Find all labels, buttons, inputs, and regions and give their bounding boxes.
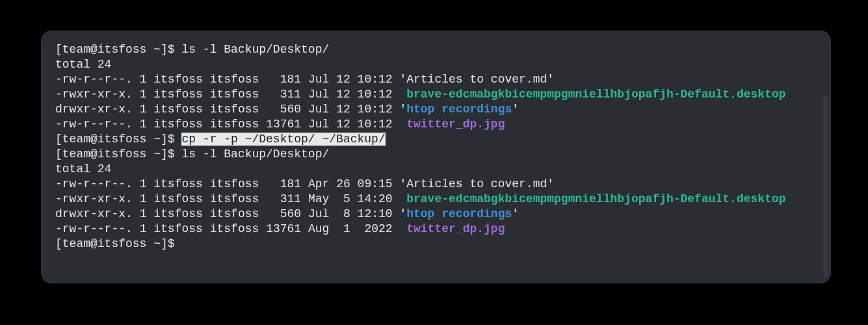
ls-date: Jul 12 10:12	[308, 103, 393, 116]
ls-perm: -rw-r--r--.	[55, 222, 133, 235]
ls-owner: itsfoss	[153, 222, 203, 235]
ls-perm: drwxr-xr-x.	[55, 103, 133, 116]
ls-links: 1	[140, 207, 147, 220]
ls-row: -rw-r--r--. 1 itsfoss itsfoss 181 Jul 12…	[55, 72, 818, 87]
ls-group: itsfoss	[210, 73, 259, 86]
ls-group: itsfoss	[210, 118, 259, 131]
ls-perm: -rw-r--r--.	[55, 177, 133, 190]
ls-size: 560	[266, 103, 301, 116]
ls-quote	[399, 88, 406, 101]
ls-name: Articles to cover.md	[406, 177, 547, 190]
ls-links: 1	[140, 192, 147, 205]
ls-group: itsfoss	[210, 207, 259, 220]
ls-owner: itsfoss	[153, 88, 203, 101]
ls-links: 1	[140, 88, 147, 101]
ls-row: -rwxr-xr-x. 1 itsfoss itsfoss 311 May 5 …	[55, 192, 818, 207]
ls-date: Apr 26 09:15	[308, 177, 393, 190]
ls-quote: '	[399, 207, 406, 220]
ls-quote: '	[399, 177, 406, 190]
prompt: [team@itsfoss ~]$	[55, 148, 181, 161]
prompt-line[interactable]: [team@itsfoss ~]$ cp -r -p ~/Desktop/ ~/…	[55, 132, 818, 147]
ls-row: drwxr-xr-x. 1 itsfoss itsfoss 560 Jul 8 …	[55, 207, 818, 222]
ls-perm: -rw-r--r--.	[55, 73, 133, 86]
terminal-window[interactable]: [team@itsfoss ~]$ ls -l Backup/Desktop/ …	[41, 31, 831, 283]
prompt-line[interactable]: [team@itsfoss ~]$ ls -l Backup/Desktop/	[55, 42, 818, 57]
prompt-line[interactable]: [team@itsfoss ~]$	[55, 237, 818, 252]
ls-perm: -rwxr-xr-x.	[55, 192, 133, 205]
ls-row: drwxr-xr-x. 1 itsfoss itsfoss 560 Jul 12…	[55, 102, 818, 117]
ls-group: itsfoss	[210, 88, 259, 101]
ls-quote	[399, 222, 406, 235]
ls-quote: '	[547, 177, 554, 190]
ls-group: itsfoss	[210, 192, 259, 205]
ls-group: itsfoss	[210, 222, 259, 235]
command-text: ls -l Backup/Desktop/	[181, 43, 329, 56]
ls-perm: -rw-r--r--.	[55, 118, 133, 131]
ls-date: Jul 8 12:10	[308, 207, 393, 220]
ls-size: 560	[266, 207, 301, 220]
ls-quote	[399, 118, 406, 131]
ls-name: htop recordings	[406, 103, 512, 116]
ls-date: Jul 12 10:12	[308, 73, 393, 86]
ls-total: total 24	[55, 57, 818, 72]
ls-size: 311	[266, 88, 301, 101]
ls-size: 181	[266, 177, 301, 190]
ls-quote: '	[512, 103, 519, 116]
ls-owner: itsfoss	[153, 103, 203, 116]
ls-links: 1	[140, 222, 147, 235]
ls-size: 13761	[266, 222, 301, 235]
ls-quote	[399, 192, 406, 205]
ls-name: twitter_dp.jpg	[406, 118, 505, 131]
ls-links: 1	[140, 118, 147, 131]
prompt: [team@itsfoss ~]$	[55, 237, 181, 250]
ls-row: -rw-r--r--. 1 itsfoss itsfoss 181 Apr 26…	[55, 177, 818, 192]
ls-quote: '	[547, 73, 554, 86]
prompt: [team@itsfoss ~]$	[55, 133, 181, 146]
ls-name: htop recordings	[406, 207, 512, 220]
ls-size: 181	[266, 73, 301, 86]
ls-total: total 24	[55, 162, 818, 177]
ls-size: 13761	[266, 118, 301, 131]
ls-owner: itsfoss	[153, 207, 203, 220]
ls-date: May 5 14:20	[308, 192, 393, 205]
ls-row: -rw-r--r--. 1 itsfoss itsfoss 13761 Jul …	[55, 117, 818, 132]
ls-row: -rw-r--r--. 1 itsfoss itsfoss 13761 Aug …	[55, 222, 818, 237]
command-text: ls -l Backup/Desktop/	[181, 148, 329, 161]
prompt: [team@itsfoss ~]$	[55, 43, 181, 56]
ls-name: brave-edcmabgkbicempmpgmniellhbjopafjh-D…	[406, 192, 785, 205]
ls-name: brave-edcmabgkbicempmpgmniellhbjopafjh-D…	[406, 88, 785, 101]
prompt-line[interactable]: [team@itsfoss ~]$ ls -l Backup/Desktop/	[55, 147, 818, 162]
ls-owner: itsfoss	[153, 177, 203, 190]
ls-group: itsfoss	[210, 103, 259, 116]
ls-links: 1	[140, 177, 147, 190]
ls-row: -rwxr-xr-x. 1 itsfoss itsfoss 311 Jul 12…	[55, 87, 818, 102]
ls-owner: itsfoss	[153, 118, 203, 131]
ls-quote: '	[399, 103, 406, 116]
ls-name: Articles to cover.md	[406, 73, 547, 86]
command-text-highlighted: cp -r -p ~/Desktop/ ~/Backup/	[181, 133, 385, 146]
ls-owner: itsfoss	[153, 192, 203, 205]
ls-links: 1	[140, 73, 147, 86]
ls-date: Jul 12 10:12	[308, 118, 393, 131]
ls-quote: '	[512, 207, 519, 220]
ls-links: 1	[140, 103, 147, 116]
ls-name: twitter_dp.jpg	[406, 222, 505, 235]
scrollbar[interactable]	[823, 96, 828, 278]
ls-owner: itsfoss	[153, 73, 203, 86]
ls-date: Aug 1 2022	[308, 222, 393, 235]
ls-group: itsfoss	[210, 177, 259, 190]
ls-quote: '	[399, 73, 406, 86]
ls-perm: -rwxr-xr-x.	[55, 88, 133, 101]
ls-date: Jul 12 10:12	[308, 88, 393, 101]
ls-perm: drwxr-xr-x.	[55, 207, 133, 220]
ls-size: 311	[266, 192, 301, 205]
